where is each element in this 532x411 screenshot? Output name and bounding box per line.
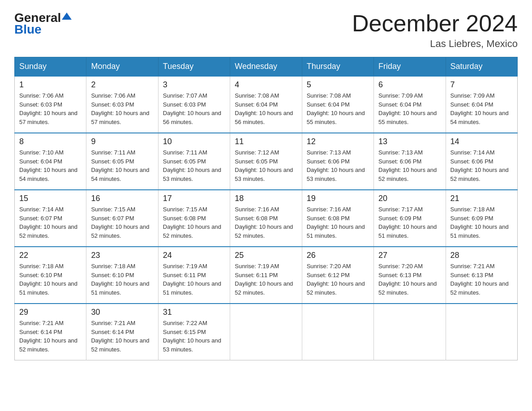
calendar-cell: 22Sunrise: 7:18 AMSunset: 6:10 PMDayligh… bbox=[15, 247, 86, 304]
calendar-week-row: 22Sunrise: 7:18 AMSunset: 6:10 PMDayligh… bbox=[15, 247, 518, 304]
day-number: 14 bbox=[450, 137, 513, 146]
calendar-cell: 7Sunrise: 7:09 AMSunset: 6:04 PMDaylight… bbox=[446, 76, 517, 133]
day-number: 31 bbox=[163, 308, 225, 317]
day-number: 16 bbox=[91, 194, 153, 203]
day-number: 13 bbox=[378, 137, 441, 146]
calendar-cell: 5Sunrise: 7:08 AMSunset: 6:04 PMDaylight… bbox=[302, 76, 373, 133]
day-info: Sunrise: 7:11 AMSunset: 6:05 PMDaylight:… bbox=[163, 148, 225, 183]
day-number: 15 bbox=[19, 194, 82, 203]
day-number: 19 bbox=[307, 194, 369, 203]
calendar-cell: 31Sunrise: 7:22 AMSunset: 6:15 PMDayligh… bbox=[158, 304, 230, 360]
calendar-cell: 28Sunrise: 7:21 AMSunset: 6:13 PMDayligh… bbox=[446, 247, 517, 304]
day-number: 5 bbox=[307, 80, 369, 90]
day-number: 6 bbox=[378, 80, 441, 90]
day-number: 22 bbox=[19, 251, 82, 260]
day-info: Sunrise: 7:06 AMSunset: 6:03 PMDaylight:… bbox=[91, 91, 153, 126]
day-info: Sunrise: 7:21 AMSunset: 6:14 PMDaylight:… bbox=[91, 319, 153, 354]
day-info: Sunrise: 7:08 AMSunset: 6:04 PMDaylight:… bbox=[235, 91, 297, 126]
calendar-cell: 1Sunrise: 7:06 AMSunset: 6:03 PMDaylight… bbox=[15, 76, 86, 133]
calendar-cell: 25Sunrise: 7:19 AMSunset: 6:11 PMDayligh… bbox=[230, 247, 302, 304]
calendar-cell: 6Sunrise: 7:09 AMSunset: 6:04 PMDaylight… bbox=[374, 76, 446, 133]
day-number: 12 bbox=[307, 137, 369, 146]
day-info: Sunrise: 7:18 AMSunset: 6:10 PMDaylight:… bbox=[91, 262, 153, 297]
day-info: Sunrise: 7:22 AMSunset: 6:15 PMDaylight:… bbox=[163, 319, 225, 354]
day-info: Sunrise: 7:11 AMSunset: 6:05 PMDaylight:… bbox=[91, 148, 153, 183]
day-info: Sunrise: 7:21 AMSunset: 6:14 PMDaylight:… bbox=[19, 319, 82, 354]
day-number: 1 bbox=[19, 80, 82, 90]
day-number: 3 bbox=[163, 80, 225, 90]
calendar-cell: 20Sunrise: 7:17 AMSunset: 6:09 PMDayligh… bbox=[374, 190, 446, 247]
calendar-cell: 3Sunrise: 7:07 AMSunset: 6:03 PMDaylight… bbox=[158, 76, 230, 133]
calendar-cell: 10Sunrise: 7:11 AMSunset: 6:05 PMDayligh… bbox=[158, 133, 230, 190]
calendar-cell: 4Sunrise: 7:08 AMSunset: 6:04 PMDaylight… bbox=[230, 76, 302, 133]
day-number: 4 bbox=[235, 80, 297, 90]
calendar-cell bbox=[302, 304, 373, 360]
calendar-cell: 12Sunrise: 7:13 AMSunset: 6:06 PMDayligh… bbox=[302, 133, 373, 190]
day-number: 27 bbox=[378, 251, 441, 260]
calendar-cell bbox=[374, 304, 446, 360]
calendar-header-row: SundayMondayTuesdayWednesdayThursdayFrid… bbox=[15, 57, 518, 77]
day-info: Sunrise: 7:10 AMSunset: 6:04 PMDaylight:… bbox=[19, 148, 82, 183]
day-number: 25 bbox=[235, 251, 297, 260]
calendar-table: SundayMondayTuesdayWednesdayThursdayFrid… bbox=[14, 57, 518, 360]
day-number: 24 bbox=[163, 251, 225, 260]
logo: General Blue bbox=[14, 11, 72, 37]
day-info: Sunrise: 7:20 AMSunset: 6:13 PMDaylight:… bbox=[378, 262, 441, 297]
day-number: 10 bbox=[163, 137, 225, 146]
day-number: 26 bbox=[307, 251, 369, 260]
day-number: 20 bbox=[378, 194, 441, 203]
calendar-week-row: 29Sunrise: 7:21 AMSunset: 6:14 PMDayligh… bbox=[15, 304, 518, 360]
day-number: 21 bbox=[450, 194, 513, 203]
calendar-cell: 30Sunrise: 7:21 AMSunset: 6:14 PMDayligh… bbox=[86, 304, 158, 360]
calendar-cell bbox=[446, 304, 517, 360]
calendar-cell: 15Sunrise: 7:14 AMSunset: 6:07 PMDayligh… bbox=[15, 190, 86, 247]
calendar-cell: 17Sunrise: 7:15 AMSunset: 6:08 PMDayligh… bbox=[158, 190, 230, 247]
day-info: Sunrise: 7:14 AMSunset: 6:06 PMDaylight:… bbox=[450, 148, 513, 183]
calendar-week-row: 15Sunrise: 7:14 AMSunset: 6:07 PMDayligh… bbox=[15, 190, 518, 247]
day-number: 9 bbox=[91, 137, 153, 146]
day-number: 17 bbox=[163, 194, 225, 203]
day-info: Sunrise: 7:21 AMSunset: 6:13 PMDaylight:… bbox=[450, 262, 513, 297]
day-number: 29 bbox=[19, 308, 82, 317]
calendar-cell: 8Sunrise: 7:10 AMSunset: 6:04 PMDaylight… bbox=[15, 133, 86, 190]
day-info: Sunrise: 7:18 AMSunset: 6:10 PMDaylight:… bbox=[19, 262, 82, 297]
day-info: Sunrise: 7:17 AMSunset: 6:09 PMDaylight:… bbox=[378, 205, 441, 240]
calendar-cell: 2Sunrise: 7:06 AMSunset: 6:03 PMDaylight… bbox=[86, 76, 158, 133]
calendar-cell: 23Sunrise: 7:18 AMSunset: 6:10 PMDayligh… bbox=[86, 247, 158, 304]
day-info: Sunrise: 7:09 AMSunset: 6:04 PMDaylight:… bbox=[378, 91, 441, 126]
calendar-cell: 13Sunrise: 7:13 AMSunset: 6:06 PMDayligh… bbox=[374, 133, 446, 190]
calendar-cell: 29Sunrise: 7:21 AMSunset: 6:14 PMDayligh… bbox=[15, 304, 86, 360]
day-info: Sunrise: 7:19 AMSunset: 6:11 PMDaylight:… bbox=[163, 262, 225, 297]
calendar-cell: 18Sunrise: 7:16 AMSunset: 6:08 PMDayligh… bbox=[230, 190, 302, 247]
day-number: 7 bbox=[450, 80, 513, 90]
calendar-cell: 9Sunrise: 7:11 AMSunset: 6:05 PMDaylight… bbox=[86, 133, 158, 190]
day-number: 18 bbox=[235, 194, 297, 203]
day-info: Sunrise: 7:06 AMSunset: 6:03 PMDaylight:… bbox=[19, 91, 82, 126]
calendar-week-row: 1Sunrise: 7:06 AMSunset: 6:03 PMDaylight… bbox=[15, 76, 518, 133]
title-block: December 2024 Las Liebres, Mexico bbox=[352, 11, 518, 50]
page-header: General Blue December 2024 Las Liebres, … bbox=[14, 11, 518, 50]
logo-blue-text: Blue bbox=[14, 22, 42, 37]
calendar-cell bbox=[230, 304, 302, 360]
header-friday: Friday bbox=[374, 57, 446, 77]
location-title: Las Liebres, Mexico bbox=[352, 38, 518, 50]
day-info: Sunrise: 7:13 AMSunset: 6:06 PMDaylight:… bbox=[307, 148, 369, 183]
header-monday: Monday bbox=[86, 57, 158, 77]
calendar-cell: 27Sunrise: 7:20 AMSunset: 6:13 PMDayligh… bbox=[374, 247, 446, 304]
day-number: 30 bbox=[91, 308, 153, 317]
calendar-cell: 19Sunrise: 7:16 AMSunset: 6:08 PMDayligh… bbox=[302, 190, 373, 247]
day-number: 28 bbox=[450, 251, 513, 260]
day-info: Sunrise: 7:18 AMSunset: 6:09 PMDaylight:… bbox=[450, 205, 513, 240]
day-info: Sunrise: 7:15 AMSunset: 6:08 PMDaylight:… bbox=[163, 205, 225, 240]
header-wednesday: Wednesday bbox=[230, 57, 302, 77]
month-title: December 2024 bbox=[352, 11, 518, 36]
calendar-cell: 24Sunrise: 7:19 AMSunset: 6:11 PMDayligh… bbox=[158, 247, 230, 304]
calendar-cell: 26Sunrise: 7:20 AMSunset: 6:12 PMDayligh… bbox=[302, 247, 373, 304]
calendar-cell: 11Sunrise: 7:12 AMSunset: 6:05 PMDayligh… bbox=[230, 133, 302, 190]
day-info: Sunrise: 7:09 AMSunset: 6:04 PMDaylight:… bbox=[450, 91, 513, 126]
day-info: Sunrise: 7:15 AMSunset: 6:07 PMDaylight:… bbox=[91, 205, 153, 240]
day-info: Sunrise: 7:19 AMSunset: 6:11 PMDaylight:… bbox=[235, 262, 297, 297]
day-info: Sunrise: 7:08 AMSunset: 6:04 PMDaylight:… bbox=[307, 91, 369, 126]
header-tuesday: Tuesday bbox=[158, 57, 230, 77]
day-info: Sunrise: 7:13 AMSunset: 6:06 PMDaylight:… bbox=[378, 148, 441, 183]
